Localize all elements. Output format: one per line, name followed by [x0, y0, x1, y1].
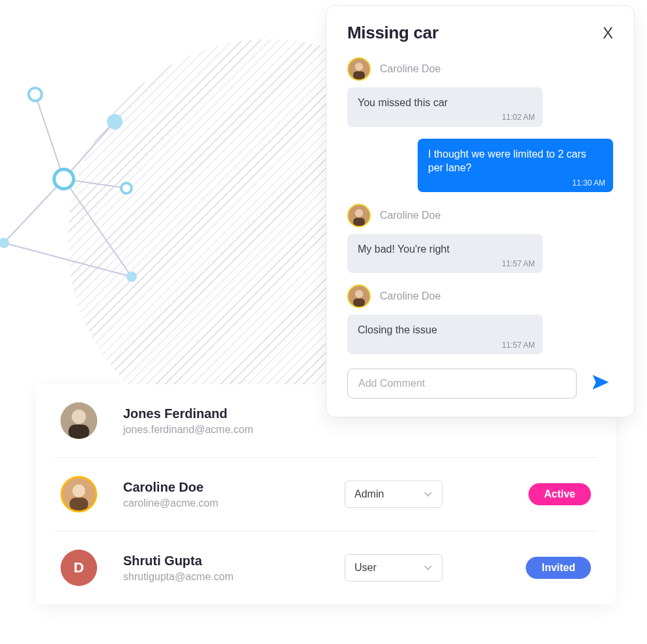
- svg-line-3: [4, 179, 64, 243]
- user-info: Shruti Gupta shrutigupta@acme.com: [123, 553, 319, 583]
- user-row: D Shruti Gupta shrutigupta@acme.com User…: [54, 531, 597, 604]
- status-badge: Active: [528, 483, 591, 505]
- chat-panel: Missing car X Caroline Doe You missed th…: [326, 5, 635, 417]
- svg-point-25: [72, 484, 85, 497]
- message-group: Caroline Doe My bad! You're right 11:57 …: [347, 204, 613, 273]
- avatar: [347, 285, 371, 308]
- svg-rect-26: [70, 497, 89, 511]
- svg-point-19: [355, 290, 363, 298]
- message-author-row: Caroline Doe: [347, 285, 613, 308]
- svg-point-10: [0, 238, 9, 248]
- avatar: [61, 402, 97, 439]
- message-text: Closing the issue: [358, 324, 437, 335]
- role-select[interactable]: Admin: [345, 481, 442, 508]
- svg-point-16: [355, 209, 363, 217]
- message-author: Caroline Doe: [380, 63, 440, 75]
- message-group: I thought we were limited to 2 cars per …: [347, 139, 613, 192]
- message-group: Caroline Doe You missed this car 11:02 A…: [347, 57, 613, 127]
- svg-rect-17: [353, 217, 365, 225]
- send-icon: [591, 372, 611, 392]
- user-name: Jones Ferdinand: [123, 406, 319, 421]
- message-text: My bad! You're right: [358, 244, 450, 255]
- status-badge: Invited: [526, 557, 591, 579]
- message-author: Caroline Doe: [380, 290, 440, 302]
- svg-rect-14: [353, 72, 365, 79]
- role-select[interactable]: User: [345, 554, 442, 581]
- user-email: shrutigupta@acme.com: [123, 571, 319, 583]
- comment-input[interactable]: [347, 369, 577, 399]
- message-bubble: My bad! You're right 11:57 AM: [347, 234, 543, 273]
- message-group: Caroline Doe Closing the issue 11:57 AM: [347, 285, 613, 354]
- avatar: [347, 204, 371, 227]
- message-author-row: Caroline Doe: [347, 204, 613, 227]
- message-time: 11:57 AM: [502, 259, 535, 269]
- avatar: [347, 57, 371, 81]
- role-value: User: [354, 562, 377, 574]
- message-bubble: Closing the issue 11:57 AM: [347, 315, 543, 354]
- avatar-initial: D: [74, 559, 84, 576]
- svg-line-0: [35, 94, 64, 179]
- user-email: jones.ferdinand@acme.com: [123, 424, 319, 436]
- comment-row: [347, 369, 613, 399]
- message-time: 11:02 AM: [502, 112, 535, 122]
- user-email: caroline@acme.com: [123, 497, 319, 509]
- message-time: 11:30 AM: [572, 178, 605, 188]
- role-value: Admin: [354, 488, 384, 500]
- message-text: You missed this car: [358, 97, 448, 108]
- send-button[interactable]: [588, 370, 613, 397]
- chevron-down-icon: [424, 563, 433, 572]
- svg-point-13: [355, 63, 363, 70]
- chevron-down-icon: [424, 490, 433, 499]
- message-bubble: I thought we were limited to 2 cars per …: [418, 139, 613, 192]
- user-row: Caroline Doe caroline@acme.com Admin Act…: [54, 458, 597, 531]
- svg-point-9: [54, 169, 74, 189]
- user-info: Caroline Doe caroline@acme.com: [123, 480, 319, 509]
- avatar: D: [61, 550, 97, 586]
- user-name: Caroline Doe: [123, 480, 319, 495]
- message-bubble: You missed this car 11:02 AM: [347, 87, 543, 127]
- message-author-row: Caroline Doe: [347, 57, 613, 81]
- user-name: Shruti Gupta: [123, 553, 319, 568]
- svg-rect-23: [68, 425, 89, 439]
- chat-title: Missing car: [347, 23, 439, 43]
- message-time: 11:57 AM: [502, 340, 535, 350]
- message-author: Caroline Doe: [380, 210, 440, 221]
- chat-header: Missing car X: [347, 23, 613, 43]
- message-text: I thought we were limited to 2 cars per …: [428, 148, 586, 174]
- close-icon[interactable]: X: [603, 25, 613, 41]
- svg-rect-20: [353, 299, 365, 307]
- svg-point-22: [72, 410, 86, 424]
- user-info: Jones Ferdinand jones.ferdinand@acme.com: [123, 406, 319, 436]
- svg-point-6: [29, 88, 42, 101]
- avatar: [61, 476, 97, 512]
